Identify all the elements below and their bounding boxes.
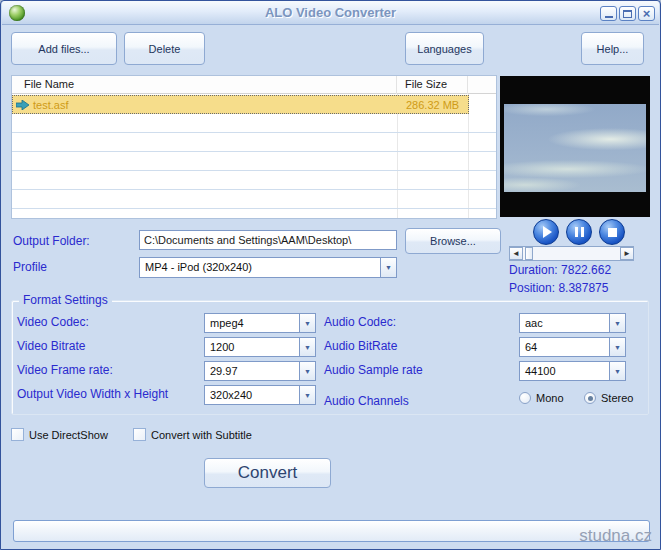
empty-list-row[interactable] — [12, 190, 497, 209]
file-list: File Name File Size test.asf 286.32 MB — [11, 75, 497, 219]
seek-thumb[interactable] — [525, 247, 533, 260]
chevron-down-icon[interactable]: ▼ — [299, 338, 315, 356]
empty-list-row[interactable] — [12, 133, 497, 152]
file-list-header: File Name File Size — [12, 76, 496, 94]
video-bitrate-dropdown[interactable]: 1200 ▼ — [204, 337, 316, 357]
watermark: studna.cz — [579, 526, 652, 546]
file-arrow-icon — [16, 100, 29, 110]
chevron-down-icon[interactable]: ▼ — [299, 386, 315, 404]
chevron-down-icon[interactable]: ▼ — [609, 314, 625, 332]
close-icon: × — [643, 7, 651, 20]
empty-list-row[interactable] — [12, 171, 497, 190]
progress-bar — [13, 520, 650, 542]
empty-list-row[interactable] — [12, 152, 497, 171]
convert-subtitle-label: Convert with Subtitle — [151, 429, 252, 441]
seek-right-arrow[interactable]: ► — [620, 247, 634, 260]
audio-samplerate-label: Audio Sample rate — [324, 363, 423, 377]
pause-button[interactable] — [566, 219, 592, 245]
delete-button[interactable]: Delete — [124, 32, 205, 65]
radio-stereo[interactable]: Stereo — [584, 392, 633, 404]
convert-subtitle-checkbox[interactable] — [133, 428, 146, 441]
chevron-down-icon[interactable]: ▼ — [609, 362, 625, 380]
window-title: ALO Video Converter — [2, 5, 659, 20]
seek-left-arrow[interactable]: ◄ — [509, 247, 523, 260]
video-preview — [500, 76, 650, 217]
file-name: test.asf — [33, 99, 68, 111]
profile-label: Profile — [13, 260, 47, 274]
maximize-icon — [623, 10, 632, 18]
audio-samplerate-dropdown[interactable]: 44100 ▼ — [519, 361, 626, 381]
seek-slider[interactable]: ◄ ► — [509, 246, 634, 261]
video-codec-dropdown[interactable]: mpeg4 ▼ — [204, 313, 316, 333]
audio-bitrate-dropdown[interactable]: 64 ▼ — [519, 337, 626, 357]
use-directshow-label: Use DirectShow — [29, 429, 108, 441]
position-text: Position: 8.387875 — [509, 281, 608, 295]
close-button[interactable]: × — [638, 6, 655, 21]
column-header-file-size[interactable]: File Size — [397, 76, 468, 94]
output-folder-input[interactable] — [139, 230, 397, 250]
empty-list-row[interactable] — [12, 114, 497, 133]
audio-channels-label: Audio Channels — [324, 394, 409, 408]
file-size: 286.32 MB — [406, 99, 459, 111]
duration-text: Duration: 7822.662 — [509, 263, 611, 277]
column-header-file-name[interactable]: File Name — [12, 76, 397, 94]
video-framerate-label: Video Frame rate: — [17, 363, 113, 377]
video-frame-image — [504, 104, 646, 192]
stop-icon — [608, 228, 617, 237]
audio-bitrate-label: Audio BitRate — [324, 339, 397, 353]
chevron-down-icon[interactable]: ▼ — [299, 362, 315, 380]
empty-list-row[interactable] — [12, 209, 497, 219]
convert-button[interactable]: Convert — [204, 458, 331, 488]
use-directshow-checkbox[interactable] — [11, 428, 24, 441]
chevron-down-icon[interactable]: ▼ — [299, 314, 315, 332]
format-settings-title: Format Settings — [19, 293, 112, 307]
audio-codec-dropdown[interactable]: aac ▼ — [519, 313, 626, 333]
chevron-down-icon[interactable]: ▼ — [380, 258, 396, 277]
help-button[interactable]: Help... — [581, 32, 644, 65]
add-files-button[interactable]: Add files... — [11, 32, 117, 65]
video-bitrate-label: Video Bitrate — [17, 339, 86, 353]
output-folder-label: Output Folder: — [13, 234, 90, 248]
browse-button[interactable]: Browse... — [405, 228, 501, 254]
app-window: ALO Video Converter × Add files... Delet… — [0, 0, 661, 550]
chevron-down-icon[interactable]: ▼ — [609, 338, 625, 356]
file-row-selected[interactable]: test.asf 286.32 MB — [12, 95, 469, 114]
radio-selected-icon — [584, 392, 596, 404]
video-framerate-dropdown[interactable]: 29.97 ▼ — [204, 361, 316, 381]
maximize-button[interactable] — [619, 6, 636, 21]
pause-icon — [575, 227, 578, 237]
profile-value: MP4 - iPod (320x240) — [145, 261, 252, 273]
stop-button[interactable] — [599, 219, 625, 245]
output-size-label: Output Video Width x Height — [17, 387, 168, 401]
output-size-dropdown[interactable]: 320x240 ▼ — [204, 385, 316, 405]
title-bar[interactable]: ALO Video Converter × — [2, 1, 659, 25]
languages-button[interactable]: Languages — [405, 32, 484, 65]
video-codec-label: Video Codec: — [17, 315, 89, 329]
minimize-icon — [605, 16, 613, 18]
radio-icon — [519, 392, 531, 404]
profile-dropdown[interactable]: MP4 - iPod (320x240) ▼ — [139, 257, 397, 278]
minimize-button[interactable] — [600, 6, 617, 21]
play-icon — [543, 226, 552, 238]
radio-mono[interactable]: Mono — [519, 392, 564, 404]
play-button[interactable] — [533, 219, 559, 245]
audio-codec-label: Audio Codec: — [324, 315, 396, 329]
